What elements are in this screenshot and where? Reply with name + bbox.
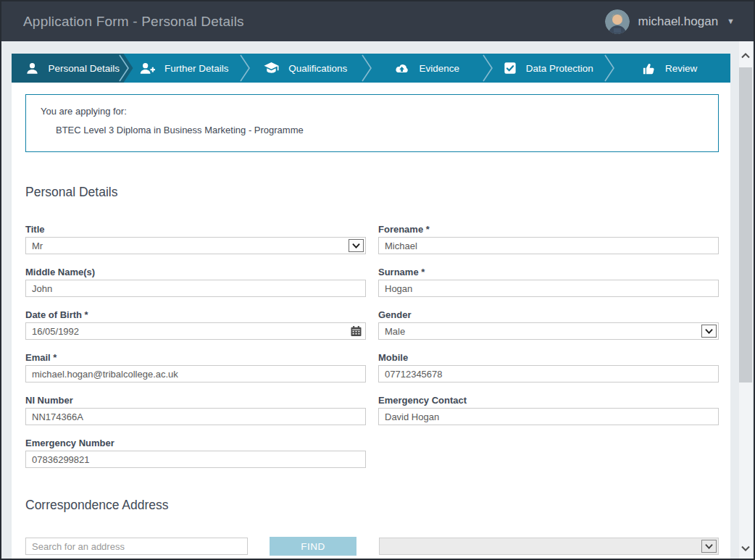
step-label: Review (665, 63, 697, 74)
title-label: Title (25, 224, 366, 235)
field-date-of-birth: Date of Birth * (25, 309, 366, 340)
chevron-down-icon (701, 540, 717, 553)
step-label: Data Protection (526, 63, 593, 74)
wizard-stepper: Personal Details Further Details (12, 54, 730, 83)
scroll-down-button[interactable] (739, 541, 752, 556)
forename-input[interactable] (378, 237, 719, 254)
step-evidence[interactable]: Evidence (367, 54, 488, 83)
page-title: Application Form - Personal Details (23, 14, 244, 30)
chevron-down-icon (349, 239, 364, 252)
surname-label: Surname * (378, 267, 719, 277)
application-form-window: Application Form - Personal Details mich… (0, 0, 755, 560)
step-qualifications[interactable]: Qualifications (245, 54, 367, 83)
middle-name-input[interactable] (25, 280, 366, 297)
field-title: Title Mr (25, 224, 366, 254)
surname-input[interactable] (378, 280, 719, 297)
field-forename: Forename * (378, 224, 719, 254)
chevron-down-icon (701, 325, 717, 338)
step-personal-details[interactable]: Personal Details (12, 54, 133, 83)
empty-cell (378, 438, 719, 468)
person-add-icon (140, 62, 155, 75)
correspondence-address-heading: Correspondence Address (25, 498, 719, 513)
address-search-row: FIND (25, 537, 719, 556)
gender-select-value: Male (385, 326, 405, 337)
field-gender: Gender Male (378, 309, 719, 340)
mobile-input[interactable] (378, 365, 719, 383)
step-label: Evidence (419, 63, 459, 74)
field-middle-name: Middle Name(s) (25, 267, 366, 297)
ni-number-label: NI Number (25, 395, 366, 406)
emergency-number-input[interactable] (25, 451, 366, 468)
content-card: You are applying for: BTEC Level 3 Diplo… (12, 83, 730, 559)
gender-select[interactable]: Male (378, 322, 719, 340)
step-label: Qualifications (288, 63, 347, 74)
right-gutter (730, 41, 739, 559)
personal-details-form: Title Mr Forename * Middle Nam (25, 224, 719, 468)
dob-input[interactable] (25, 322, 366, 340)
calendar-icon[interactable] (351, 326, 362, 337)
mobile-label: Mobile (378, 352, 719, 363)
header-bar: Application Form - Personal Details mich… (1, 1, 754, 41)
step-label: Personal Details (49, 63, 120, 74)
cloud-upload-icon (394, 62, 409, 75)
field-surname: Surname * (378, 267, 719, 297)
field-ni-number: NI Number (25, 395, 366, 425)
thumbs-up-icon (642, 62, 656, 75)
emergency-number-label: Emergency Number (25, 438, 366, 448)
applying-for-box: You are applying for: BTEC Level 3 Diplo… (25, 94, 719, 152)
user-menu[interactable]: michael.hogan ▼ (605, 9, 735, 34)
step-data-protection[interactable]: Data Protection (488, 54, 609, 83)
field-email: Email * (25, 352, 366, 383)
email-input[interactable] (25, 365, 366, 383)
vertical-scrollbar[interactable] (739, 41, 752, 559)
caret-down-icon: ▼ (727, 17, 735, 25)
field-mobile: Mobile (378, 352, 719, 383)
emergency-contact-label: Emergency Contact (378, 395, 719, 406)
email-label: Email * (25, 352, 366, 363)
emergency-contact-input[interactable] (378, 408, 719, 425)
person-icon (25, 62, 39, 75)
middle-name-label: Middle Name(s) (25, 267, 366, 277)
personal-details-heading: Personal Details (25, 185, 719, 200)
title-select-value: Mr (32, 241, 43, 251)
ni-number-input[interactable] (25, 408, 366, 425)
checkbox-check-icon (504, 62, 517, 75)
step-further-details[interactable]: Further Details (124, 54, 246, 83)
field-emergency-contact: Emergency Contact (378, 395, 719, 425)
address-result-select[interactable] (379, 538, 719, 555)
gender-label: Gender (378, 309, 719, 320)
forename-label: Forename * (378, 224, 719, 235)
step-label: Further Details (164, 63, 229, 74)
graduation-cap-icon (264, 62, 279, 75)
field-emergency-number: Emergency Number (25, 438, 366, 468)
find-button[interactable]: FIND (270, 537, 356, 556)
course-name: BTEC Level 3 Diploma in Business Marketi… (41, 125, 711, 135)
address-search-input[interactable] (25, 538, 248, 555)
step-review[interactable]: Review (609, 54, 731, 83)
user-avatar (605, 9, 630, 34)
scroll-up-button[interactable] (739, 49, 752, 63)
scrollbar-thumb[interactable] (739, 67, 752, 383)
dob-label: Date of Birth * (25, 309, 366, 320)
applying-for-label: You are applying for: (41, 106, 711, 117)
title-select[interactable]: Mr (25, 237, 366, 254)
username-label: michael.hogan (638, 14, 719, 29)
